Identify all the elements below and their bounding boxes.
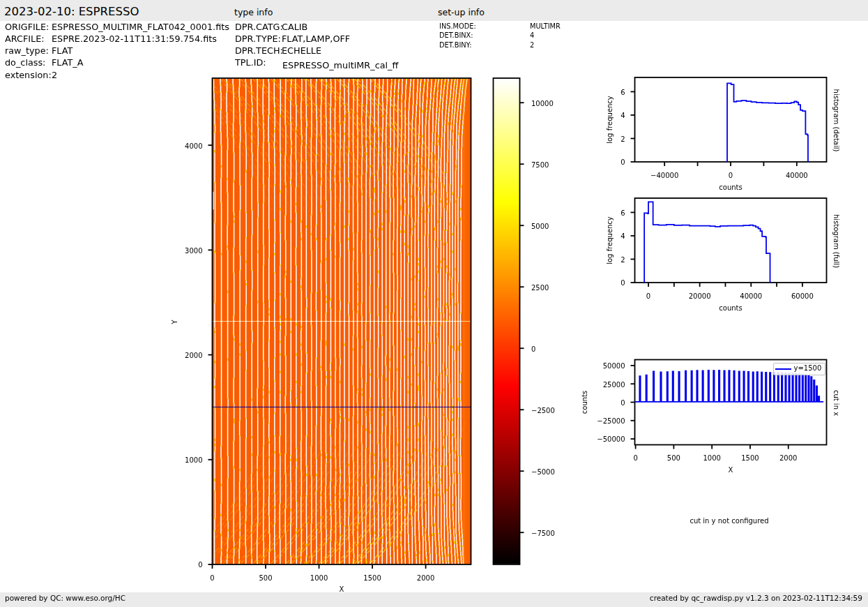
footer-right-text: created by qc_rawdisp.py v1.2.3 on 2023-… bbox=[650, 594, 862, 602]
meta-label: extension: bbox=[5, 70, 52, 80]
footer-left-text: powered by QC: www.eso.org/HC bbox=[5, 594, 125, 602]
meta-value: CALIB bbox=[282, 22, 307, 32]
x-tick-label: 1000 bbox=[291, 575, 347, 582]
x-tick-label: 60000 bbox=[775, 293, 830, 300]
meta-label: DET.BINY: bbox=[439, 41, 472, 49]
y-tick-label: −25000 bbox=[570, 418, 625, 425]
meta-value: ESPRESSO_MULTIMR_FLAT042_0001.fits bbox=[52, 22, 229, 32]
data-series-line bbox=[635, 370, 824, 402]
data-series-line bbox=[644, 202, 770, 283]
y-tick-label: 2 bbox=[570, 257, 625, 264]
x-tick-label: 40000 bbox=[769, 172, 825, 179]
meta-value: ESPRESSO_multiMR_cal_ff bbox=[282, 60, 398, 70]
plot-frame bbox=[494, 78, 520, 564]
colorbar-tick-label: 10000 bbox=[531, 100, 554, 107]
y-tick-label: 0 bbox=[570, 280, 625, 287]
meta-label: INS.MODE: bbox=[439, 22, 476, 30]
colorbar-tick-label: 0 bbox=[531, 346, 535, 353]
meta-label: DPR.TYPE: bbox=[235, 33, 281, 44]
meta-value: 2 bbox=[530, 41, 534, 49]
x-tick-label: 0 bbox=[185, 575, 241, 582]
meta-value: 4 bbox=[530, 31, 534, 39]
x-tick-label: 2000 bbox=[398, 575, 454, 582]
y-tick-label: 0 bbox=[147, 562, 203, 569]
meta-label: DPR.CATG: bbox=[235, 22, 283, 32]
hist-full-right-label: histogram (full) bbox=[832, 199, 839, 283]
legend-label: y=1500 bbox=[794, 364, 822, 372]
x-tick-label: −40000 bbox=[637, 172, 692, 179]
x-tick-label: 40000 bbox=[723, 293, 779, 300]
y-tick-label: 4 bbox=[570, 112, 625, 119]
meta-label: ARCFILE: bbox=[5, 33, 45, 44]
data-series-line bbox=[727, 83, 808, 162]
x-tick-label: 1500 bbox=[344, 575, 400, 582]
colorbar-tick-label: −7500 bbox=[531, 530, 555, 537]
hist-detail-right-label: histogram (detail) bbox=[832, 78, 839, 162]
x-tick-label: 0 bbox=[620, 293, 676, 300]
cut-plot-xlabel: X bbox=[689, 466, 772, 474]
x-tick-label: 20000 bbox=[672, 293, 728, 300]
meta-value: FLAT_A bbox=[52, 57, 84, 68]
x-tick-label: 0 bbox=[703, 172, 759, 179]
meta-value: FLAT bbox=[52, 45, 73, 56]
colorbar-tick-label: −5000 bbox=[531, 469, 555, 476]
main-plot-ylabel: Y bbox=[170, 280, 178, 364]
y-tick-label: 6 bbox=[570, 210, 625, 217]
colorbar-tick-label: 5000 bbox=[531, 223, 549, 230]
y-tick-label: 50000 bbox=[570, 363, 625, 370]
y-tick-label: −50000 bbox=[570, 436, 625, 443]
legend-line-sample bbox=[775, 368, 791, 370]
cut-in-y-note: cut in y not configured bbox=[660, 517, 799, 525]
meta-value: ESPRE.2023-02-11T11:31:59.754.fits bbox=[52, 33, 217, 44]
y-tick-label: 0 bbox=[570, 159, 625, 166]
meta-label: raw_type: bbox=[5, 45, 49, 56]
meta-value: 2 bbox=[52, 70, 57, 80]
meta-label: TPL.ID: bbox=[235, 57, 266, 68]
meta-label: DET.BINX: bbox=[439, 31, 473, 39]
plot-frame bbox=[635, 198, 827, 283]
y-tick-label: 4 bbox=[570, 233, 625, 240]
meta-label: ORIGFILE: bbox=[5, 22, 49, 32]
meta-value: MULTIMR bbox=[530, 22, 561, 30]
y-tick-label: 2000 bbox=[147, 352, 203, 359]
colorbar-tick-label: 7500 bbox=[531, 162, 549, 169]
hist-full-xlabel: counts bbox=[689, 304, 772, 312]
meta-label: do_class: bbox=[5, 57, 45, 68]
cut-plot-right-label: cut in x bbox=[832, 361, 839, 444]
x-tick-label: 500 bbox=[238, 575, 294, 582]
y-tick-label: 6 bbox=[570, 89, 625, 96]
x-tick-label: 2000 bbox=[761, 455, 816, 462]
y-tick-label: 4000 bbox=[147, 143, 203, 150]
colorbar-tick-label: 2500 bbox=[531, 285, 549, 292]
meta-label: DPR.TECH: bbox=[235, 45, 283, 56]
legend-box: y=1500 bbox=[773, 363, 825, 375]
y-tick-label: 2 bbox=[570, 136, 625, 143]
meta-value: FLAT,LAMP,OFF bbox=[282, 33, 350, 44]
colorbar-tick-label: −2500 bbox=[531, 407, 555, 414]
meta-value: ECHELLE bbox=[282, 45, 321, 56]
y-tick-label: 3000 bbox=[147, 248, 203, 255]
y-tick-label: 25000 bbox=[570, 382, 625, 389]
y-tick-label: 1000 bbox=[147, 457, 203, 464]
hist-detail-xlabel: counts bbox=[689, 183, 772, 191]
y-tick-label: 0 bbox=[570, 400, 625, 407]
plot-frame bbox=[635, 77, 827, 162]
plot-frame bbox=[213, 78, 471, 564]
